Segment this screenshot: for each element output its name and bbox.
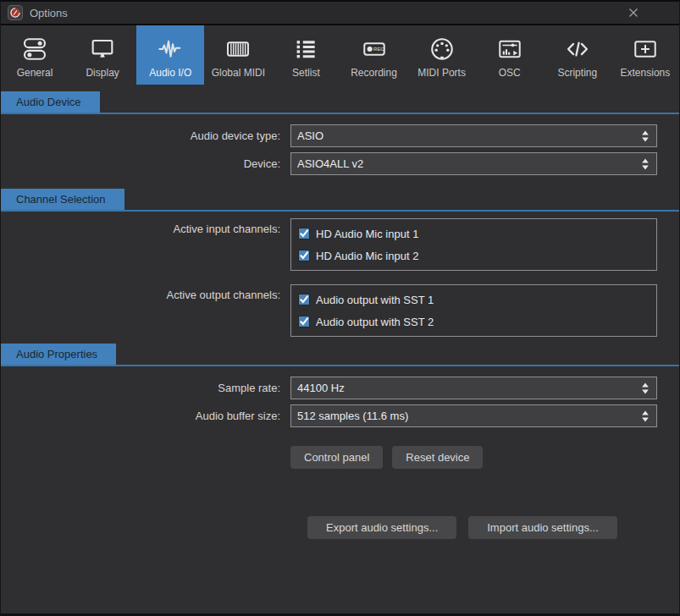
output-channels-box: Audio output with SST 1Audio output with… <box>290 284 657 337</box>
buffer-size-select[interactable]: 512 samples (11.6 ms) <box>290 404 657 427</box>
waveform-icon <box>156 34 185 64</box>
import-audio-settings-button[interactable]: Import audio settings... <box>468 516 617 539</box>
field-label: Device: <box>1 157 280 170</box>
channel-checkbox-row[interactable]: Audio output with SST 2 <box>291 311 656 333</box>
field-label: Active input channels: <box>1 218 280 235</box>
toolbar: GeneralDisplayAudio I/OGlobal MIDISetlis… <box>1 25 679 85</box>
toolbar-item-setlist[interactable]: Setlist <box>272 25 340 85</box>
control-panel-button[interactable]: Control panel <box>290 446 383 469</box>
settings-buttons-row: Export audio settings... Import audio se… <box>307 516 679 539</box>
checkbox-checked-icon[interactable] <box>298 316 310 327</box>
select-value: ASIO <box>297 129 636 142</box>
field-label: Active output channels: <box>1 284 280 301</box>
toolbar-item-recording[interactable]: RECRecording <box>340 25 407 85</box>
osc-panel-icon <box>495 34 524 64</box>
toolbar-item-extensions[interactable]: Extensions <box>611 25 679 85</box>
toolbar-item-general[interactable]: General <box>1 25 69 85</box>
toolbar-item-midi-ports[interactable]: MIDI Ports <box>408 25 476 85</box>
toolbar-item-label: OSC <box>499 67 521 79</box>
export-audio-settings-button[interactable]: Export audio settings... <box>307 516 456 539</box>
field-label: Sample rate: <box>1 382 280 394</box>
device-buttons-row: Control panel Reset device <box>290 446 679 469</box>
select-value: 512 samples (11.6 ms) <box>297 410 636 422</box>
spinner-arrows-icon <box>641 158 650 170</box>
field-label: Audio device type: <box>1 129 280 142</box>
window-title: Options <box>30 7 68 19</box>
input-channels-box: HD Audio Mic input 1HD Audio Mic input 2 <box>290 218 657 271</box>
svg-text:REC: REC <box>373 47 384 52</box>
field-label: Audio buffer size: <box>1 410 280 422</box>
device-select[interactable]: ASIO4ALL v2 <box>290 152 657 175</box>
toggles-icon <box>20 34 49 64</box>
titlebar: Options <box>1 2 679 25</box>
toolbar-item-global-midi[interactable]: Global MIDI <box>204 25 272 85</box>
checkbox-checked-icon[interactable] <box>298 228 310 239</box>
spinner-arrows-icon <box>641 130 650 142</box>
audio-device-type-row: Audio device type: ASIO <box>1 124 679 147</box>
toolbar-item-label: Audio I/O <box>149 67 191 79</box>
reset-device-button[interactable]: Reset device <box>392 446 483 469</box>
spinner-arrows-icon <box>641 410 650 422</box>
list-icon <box>292 34 319 64</box>
spinner-arrows-icon <box>641 382 650 394</box>
section-header-audio-properties: Audio Properties <box>1 344 679 366</box>
section-header-channel-selection: Channel Selection <box>1 189 679 212</box>
device-row: Device: ASIO4ALL v2 <box>1 152 679 175</box>
options-window: Options GeneralDisplayAudio I/OGlobal MI… <box>0 0 680 616</box>
toolbar-item-label: Global MIDI <box>212 67 265 79</box>
toolbar-item-audio-i-o[interactable]: Audio I/O <box>136 25 204 85</box>
select-value: 44100 Hz <box>297 382 636 394</box>
toolbar-item-scripting[interactable]: Scripting <box>544 25 611 85</box>
close-icon[interactable] <box>625 4 642 21</box>
section-tab: Channel Selection <box>1 189 124 210</box>
code-icon <box>563 34 592 64</box>
audio-device-type-select[interactable]: ASIO <box>290 124 657 147</box>
section-tab: Audio Device <box>1 91 100 113</box>
sample-rate-select[interactable]: 44100 Hz <box>290 377 657 399</box>
plus-box-icon <box>631 34 660 64</box>
select-value: ASIO4ALL v2 <box>297 157 636 170</box>
output-channels-row: Active output channels: Audio output wit… <box>1 284 679 337</box>
toolbar-item-display[interactable]: Display <box>69 25 136 85</box>
toolbar-item-label: Extensions <box>621 67 671 79</box>
toolbar-item-label: Display <box>86 67 119 79</box>
toolbar-item-label: Scripting <box>557 67 597 79</box>
section-tab: Audio Properties <box>1 344 116 365</box>
channel-checkbox-row[interactable]: HD Audio Mic input 2 <box>291 245 656 267</box>
toolbar-item-label: Recording <box>351 67 397 79</box>
channel-label: Audio output with SST 2 <box>316 316 434 328</box>
checkbox-checked-icon[interactable] <box>298 294 310 305</box>
channel-label: HD Audio Mic input 2 <box>316 250 418 262</box>
channel-checkbox-row[interactable]: HD Audio Mic input 1 <box>291 223 656 245</box>
toolbar-item-osc[interactable]: OSC <box>476 25 544 85</box>
toolbar-item-label: Setlist <box>292 67 320 79</box>
app-logo-icon <box>8 5 23 20</box>
toolbar-item-label: MIDI Ports <box>417 67 466 79</box>
monitor-icon <box>89 34 116 64</box>
buffer-size-row: Audio buffer size: 512 samples (11.6 ms) <box>1 404 679 427</box>
channel-label: Audio output with SST 1 <box>316 294 434 306</box>
rec-icon: REC <box>360 34 389 64</box>
input-channels-row: Active input channels: HD Audio Mic inpu… <box>1 218 679 271</box>
piano-keys-icon <box>224 34 252 64</box>
channel-checkbox-row[interactable]: Audio output with SST 1 <box>291 289 656 311</box>
checkbox-checked-icon[interactable] <box>298 250 310 261</box>
channel-label: HD Audio Mic input 1 <box>316 228 418 240</box>
midi-din-icon <box>428 34 456 64</box>
sample-rate-row: Sample rate: 44100 Hz <box>1 377 679 399</box>
toolbar-item-label: General <box>17 67 53 79</box>
section-header-audio-device: Audio Device <box>1 91 679 114</box>
